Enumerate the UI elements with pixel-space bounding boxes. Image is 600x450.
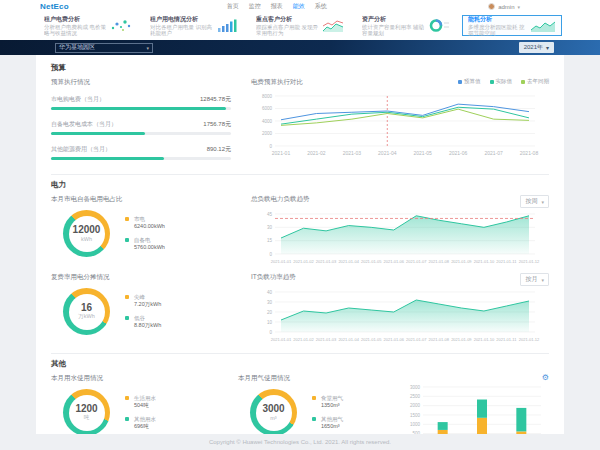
svg-text:2021-01-07: 2021-01-07 <box>406 259 427 264</box>
chevron-down-icon: ▾ <box>146 45 149 51</box>
legend-label: 预算值 <box>464 78 481 85</box>
budget-progress-title: 预算执行情况 <box>51 78 231 87</box>
section-divider <box>51 353 549 354</box>
svg-text:2021-01-09: 2021-01-09 <box>451 259 472 264</box>
svg-text:2021-06: 2021-06 <box>449 150 468 156</box>
svg-text:2021-01-04: 2021-01-04 <box>338 259 359 264</box>
progress-bar <box>51 107 231 110</box>
svg-text:2021-01-10: 2021-01-10 <box>474 337 495 342</box>
donut-legend: 市电6240.00kWh 自备电5760.00kWh <box>125 216 165 251</box>
svg-text:2021-01: 2021-01 <box>272 150 291 156</box>
svg-text:6000: 6000 <box>262 106 273 111</box>
water-donut-title: 本月用水使用情况 <box>51 374 226 383</box>
legend-dot <box>490 80 494 84</box>
load-trend-period-select[interactable]: 按周 ▾ <box>520 195 549 208</box>
legend-value: 1650m³ <box>321 423 343 430</box>
user-menu[interactable]: admin ▾ <box>488 3 520 10</box>
menu-item-energy[interactable]: 能效 <box>293 2 305 11</box>
svg-text:2021-07: 2021-07 <box>484 150 503 156</box>
chevron-down-icon: ▾ <box>541 277 544 283</box>
power-source-title: 本月市电自备电用电占比 <box>51 195 231 204</box>
legend-value: 6240.00kWh <box>134 223 165 230</box>
legend-dot <box>312 417 316 421</box>
legend-label: 低谷 <box>134 315 161 322</box>
legend-dot <box>458 80 462 84</box>
svg-text:1000: 1000 <box>410 422 421 427</box>
svg-text:2000: 2000 <box>262 131 273 136</box>
period-select-value: 按月 <box>525 275 537 284</box>
year-select[interactable]: 2021年 ▾ <box>519 42 554 53</box>
legend-label: 食堂用气 <box>321 395 343 402</box>
dashboard-content: 预算 预算执行情况 市电购电费（当月） 12845.78元 <box>36 55 564 434</box>
card-title: 租户电费分析 <box>44 15 107 24</box>
legend-value: 5760.00kWh <box>134 244 165 251</box>
svg-text:2021-01-08: 2021-01-08 <box>429 337 450 342</box>
budget-trend-chart: 020004000600080002021-012021-022021-0320… <box>251 91 543 159</box>
top-header: NetEco 首页 监控 报表 能效 系统 admin ▾ <box>0 0 600 13</box>
svg-text:8000: 8000 <box>262 94 273 99</box>
line-mini-chart-icon <box>322 18 344 33</box>
section-budget: 预算 预算执行情况 市电购电费（当月） 12845.78元 <box>51 63 549 170</box>
copyright-text: Copyright © Huawei Technologies Co., Ltd… <box>209 439 391 445</box>
progress-label: 市电购电费（当月） <box>51 95 105 104</box>
svg-text:2021-01-05: 2021-01-05 <box>361 337 382 342</box>
svg-text:2021-05: 2021-05 <box>414 150 433 156</box>
card-desc: 多维度分析园区能耗 挖掘节能空间 <box>468 24 527 37</box>
menu-item-system[interactable]: 系统 <box>315 2 327 11</box>
card-title: 能耗分析 <box>468 15 527 24</box>
card-key-customer-analysis[interactable]: 重点客户分析 跟踪重点客户用能 发现异常用电行为 <box>250 15 350 36</box>
svg-text:1500: 1500 <box>410 413 421 418</box>
legend-label: 其他用气 <box>321 416 343 423</box>
it-trend-period-select[interactable]: 按月 ▾ <box>520 273 549 286</box>
legend-dot <box>312 396 316 400</box>
legend-value: 1350m³ <box>321 402 343 409</box>
card-desc: 跟踪重点客户用能 发现异常用电行为 <box>256 24 319 37</box>
svg-text:0: 0 <box>269 330 272 335</box>
svg-text:2021-02: 2021-02 <box>307 150 326 156</box>
menu-item-home[interactable]: 首页 <box>227 2 239 11</box>
card-desc: 对比各租户用电量 识别高耗能租户 <box>150 24 213 37</box>
svg-text:0: 0 <box>269 144 272 149</box>
legend-dot <box>125 238 129 242</box>
svg-text:2021-01-11: 2021-01-11 <box>496 259 517 264</box>
budget-trend-title: 电费预算执行对比 <box>251 78 303 87</box>
main-menu: 首页 监控 报表 能效 系统 <box>227 2 327 11</box>
site-select[interactable]: 华为基地园区 ▾ <box>55 43 153 53</box>
page-footer: Copyright © Huawei Technologies Co., Ltd… <box>0 434 600 450</box>
site-select-value: 华为基地园区 <box>59 43 95 52</box>
neteco-logo[interactable]: NetEco <box>40 2 69 11</box>
svg-text:15: 15 <box>267 238 273 243</box>
gas-donut-chart: 3000 m³ <box>250 389 297 434</box>
section-other: 其他 本月用水使用情况 1200 吨 生活用水504吨 其他用水69 <box>51 359 549 434</box>
donut-value: 12000 <box>73 225 101 236</box>
legend-label: 去年同期 <box>527 78 549 85</box>
scatter-mini-chart-icon <box>110 18 132 33</box>
legend-dot <box>125 396 129 400</box>
progress-label: 其他能源费用（当月） <box>51 145 111 154</box>
card-asset-analysis[interactable]: 资产分析 统计资产容量利用率 辅助容量规划 <box>356 15 456 36</box>
svg-text:3000: 3000 <box>410 385 421 390</box>
chevron-down-icon: ▾ <box>517 4 520 10</box>
card-tenant-fee-analysis[interactable]: 租户电费分析 分析租户电费构成 电价策略与收益情况 <box>38 15 138 36</box>
card-title: 资产分析 <box>362 15 425 24</box>
section-title-budget: 预算 <box>51 63 549 73</box>
legend-label: 自备电 <box>134 237 165 244</box>
card-energy-analysis[interactable]: 能耗分析 多维度分析园区能耗 挖掘节能空间 <box>462 15 562 36</box>
legend-label: 市电 <box>134 216 165 223</box>
svg-text:10: 10 <box>267 320 273 325</box>
rate-donut-chart: 16 万kWh <box>63 288 110 335</box>
svg-text:2021-01-07: 2021-01-07 <box>406 337 427 342</box>
legend-value: 504吨 <box>134 402 156 409</box>
context-toolbar: 华为基地园区 ▾ 2021年 ▾ <box>0 40 600 55</box>
legend-dot <box>125 316 129 320</box>
menu-item-report[interactable]: 报表 <box>271 2 283 11</box>
svg-text:2000: 2000 <box>410 403 421 408</box>
chart-settings-icon[interactable]: ⚙ <box>542 374 549 382</box>
progress-bar <box>51 132 231 135</box>
svg-text:2021-01-04: 2021-01-04 <box>338 337 359 342</box>
card-tenant-usage-analysis[interactable]: 租户用电情况分析 对比各租户用电量 识别高耗能租户 <box>144 15 244 36</box>
menu-item-monitor[interactable]: 监控 <box>249 2 261 11</box>
feature-cards: 租户电费分析 分析租户电费构成 电价策略与收益情况 租户用电情况分析 对比各租户… <box>0 13 600 40</box>
donut-value: 3000 <box>262 404 284 415</box>
svg-text:2021-01-10: 2021-01-10 <box>474 259 495 264</box>
